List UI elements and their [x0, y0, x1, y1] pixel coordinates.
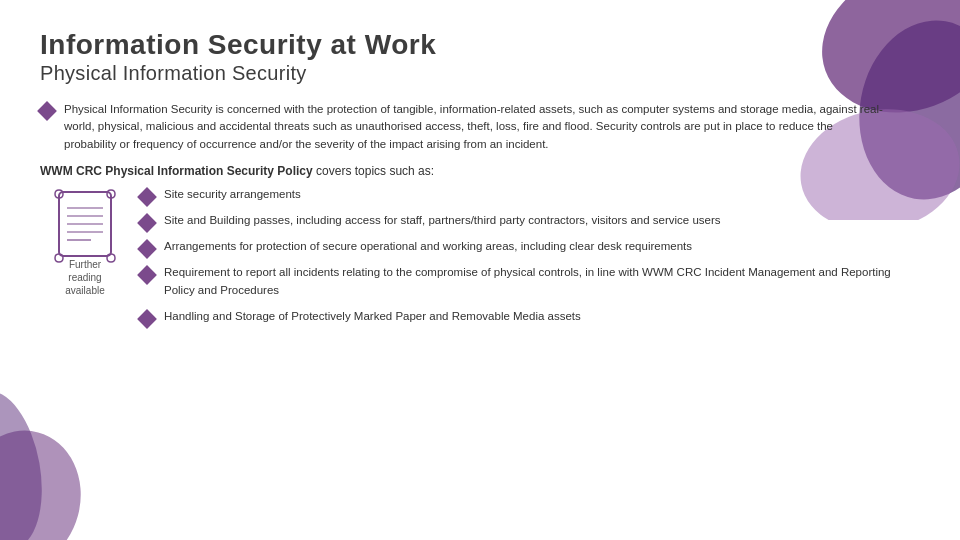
- svg-point-4: [0, 384, 53, 540]
- bullet-item: Arrangements for protection of secure op…: [140, 238, 920, 256]
- bullet-item: Handling and Storage of Protectively Mar…: [140, 308, 920, 326]
- bullet-icon: [137, 239, 157, 259]
- bullets-section: Site security arrangements Site and Buil…: [140, 186, 920, 326]
- intro-bullet-icon: [37, 101, 57, 121]
- bullet-icon: [137, 187, 157, 207]
- bullet-item: Requirement to report all incidents rela…: [140, 264, 920, 300]
- bullet-text: Handling and Storage of Protectively Mar…: [164, 308, 581, 326]
- intro-block: Physical Information Security is concern…: [40, 101, 920, 154]
- main-content: Information Security at Work Physical In…: [0, 0, 960, 346]
- sub-title: Physical Information Security: [40, 62, 920, 85]
- policy-line: WWM CRC Physical Information Security Po…: [40, 164, 920, 178]
- scroll-icon: [51, 186, 119, 266]
- scroll-label: Further reading available: [65, 258, 104, 297]
- bullet-text: Site security arrangements: [164, 186, 301, 204]
- bullet-text: Requirement to report all incidents rela…: [164, 264, 920, 300]
- svg-point-3: [0, 417, 96, 540]
- bullet-item: Site security arrangements: [140, 186, 920, 204]
- policy-normal: covers topics such as:: [313, 164, 434, 178]
- intro-text: Physical Information Security is concern…: [64, 101, 884, 154]
- bullet-text: Site and Building passes, including acce…: [164, 212, 721, 230]
- content-row: Further reading available Site security …: [40, 186, 920, 326]
- bullet-icon: [137, 265, 157, 285]
- main-title: Information Security at Work: [40, 28, 920, 62]
- bullet-text: Arrangements for protection of secure op…: [164, 238, 692, 256]
- bullet-item: Site and Building passes, including acce…: [140, 212, 920, 230]
- bullet-icon: [137, 213, 157, 233]
- bullet-icon: [137, 309, 157, 329]
- scroll-box: Further reading available: [40, 186, 130, 326]
- policy-bold: WWM CRC Physical Information Security Po…: [40, 164, 313, 178]
